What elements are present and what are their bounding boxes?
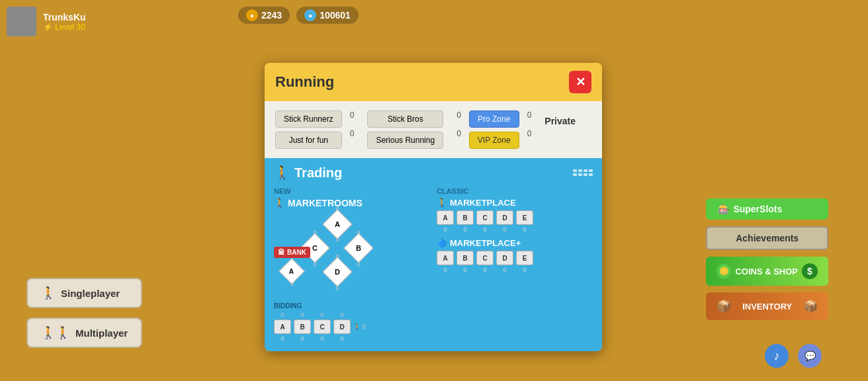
inventory-button[interactable]: 📦 INVENTORY 📦 <box>706 292 828 320</box>
trading-header: 🚶 Trading <box>274 165 593 181</box>
diamond-A-area: 0 A 0 <box>327 214 348 235</box>
diamond-D[interactable]: D <box>322 257 352 286</box>
inventory-icon-left: 📦 <box>716 299 731 314</box>
header: TrunksKu ⚡ Level 30 <box>7 7 86 36</box>
classic-label: CLASSIC <box>437 187 593 195</box>
mp2-btn-D[interactable]: D <box>496 251 513 265</box>
just-for-fun-btn[interactable]: Just for fun <box>275 132 342 149</box>
trading-section: 🚶 Trading NEW 🚶 MARKETROOMS <box>265 158 602 351</box>
marketrooms-section: NEW 🚶 MARKETROOMS 0 A 0 <box>274 187 430 342</box>
bidding-btn-C[interactable]: C <box>314 319 331 334</box>
singleplayer-label: Singleplayer <box>61 288 120 299</box>
diamond-area: 0 A 0 0 B 0 <box>274 214 400 300</box>
private-section: Private <box>539 110 576 126</box>
mp1-slot-D: D 0 <box>496 210 513 233</box>
mp2-btn-C[interactable]: C <box>476 251 494 265</box>
marketrooms-icon: 🚶 <box>274 198 285 208</box>
currency-bar: ● 2243 ● 100601 <box>238 7 359 24</box>
bidding-slots: 0 A 0 0 B 0 0 C 0 <box>274 312 430 342</box>
coin-shop-coin-icon: 🪙 <box>716 264 731 278</box>
num1-1: 0 <box>350 110 355 120</box>
marketplace2-slots: A 0 B 0 C 0 D 0 <box>437 251 593 273</box>
multiplayer-icon: 🚶🚶 <box>41 325 70 340</box>
bidding-slot-2: 0 C 0 <box>314 312 331 342</box>
marketplace2-row: 🔷 MARKETPLACE+ A 0 B 0 C <box>437 238 593 273</box>
diamond-A-bot-num: 0 <box>335 236 339 243</box>
mp1-btn-B[interactable]: B <box>456 210 474 225</box>
coins-shop-label: COINS & SHOP <box>735 267 798 276</box>
modal-title: Running <box>275 73 334 91</box>
bank-diamond-A: A 0 <box>274 262 310 287</box>
trading-title: 🚶 Trading <box>274 165 342 181</box>
right-panel: 🎰 SuperSlots Achievements 🪙 COINS & SHOP… <box>706 198 828 320</box>
left-panel: 🚶 Singleplayer 🚶🚶 Multiplayer <box>26 278 142 348</box>
stick-bros-btn[interactable]: Stick Bros <box>367 110 443 128</box>
classic-section: CLASSIC 🚶 MARKETPLACE A 0 B <box>437 187 593 342</box>
bidding-slot-0: 0 A 0 <box>274 312 291 342</box>
user-info: TrunksKu ⚡ Level 30 <box>43 12 86 32</box>
bidding-btn-D[interactable]: D <box>333 319 351 334</box>
mp2-btn-B[interactable]: B <box>456 251 474 265</box>
bidding-section: BIDDING 0 A 0 0 B 0 0 <box>274 302 430 342</box>
bottom-icons: ♪ 💬 <box>765 344 822 368</box>
discord-button[interactable]: 💬 <box>798 344 822 368</box>
blue-currency: ● 100601 <box>296 7 359 24</box>
num1-2: 0 <box>350 129 355 138</box>
mp1-btn-E[interactable]: E <box>516 210 533 225</box>
multiplayer-button[interactable]: 🚶🚶 Multiplayer <box>26 318 142 348</box>
inventory-icon-right: 📦 <box>803 299 818 314</box>
diamond-A[interactable]: A <box>322 209 352 239</box>
bank-btn[interactable]: 🏛 BANK <box>274 247 310 258</box>
close-button[interactable]: ✕ <box>569 71 591 93</box>
singleplayer-button[interactable]: 🚶 Singleplayer <box>26 278 142 308</box>
serious-running-btn[interactable]: Serious Running <box>367 132 443 149</box>
superslots-icon: 🎰 <box>718 204 729 214</box>
superslots-button[interactable]: 🎰 SuperSlots <box>706 198 828 220</box>
music-button[interactable]: ♪ <box>765 344 789 368</box>
singleplayer-icon: 🚶 <box>41 286 56 300</box>
inventory-label: INVENTORY <box>742 302 792 312</box>
vip-zone-btn[interactable]: VIP Zone <box>469 132 519 149</box>
num-col2: 0 0 <box>456 110 461 138</box>
avatar <box>7 7 36 36</box>
stick-runnerz-btn[interactable]: Stick Runnerz <box>275 110 342 128</box>
num3-2: 0 <box>527 129 532 138</box>
achievements-button[interactable]: Achievements <box>706 226 828 250</box>
mp2-slot-E: E 0 <box>516 251 533 273</box>
blue-amount: 100601 <box>320 10 351 21</box>
num2-2: 0 <box>456 129 461 138</box>
diamond-B[interactable]: B <box>343 233 373 263</box>
mp1-btn-D[interactable]: D <box>496 210 513 225</box>
mp1-btn-C[interactable]: C <box>476 210 494 225</box>
mp1-slot-E: E 0 <box>516 210 533 233</box>
mp1-btn-A[interactable]: A <box>437 210 454 225</box>
mp2-btn-A[interactable]: A <box>437 251 454 265</box>
bidding-btn-A[interactable]: A <box>274 319 291 334</box>
coins-shop-button[interactable]: 🪙 COINS & SHOP $ <box>706 257 828 286</box>
mp2-btn-E[interactable]: E <box>516 251 533 265</box>
mp2-slot-B: B 0 <box>456 251 474 273</box>
grid-icon <box>573 169 593 176</box>
bidding-btn-B[interactable]: B <box>294 319 311 334</box>
running-modal: Running ✕ Stick Runnerz Just for fun 0 0… <box>265 63 602 351</box>
num2-1: 0 <box>456 110 461 120</box>
running-col3: Pro Zone VIP Zone <box>469 110 519 149</box>
trading-content: NEW 🚶 MARKETROOMS 0 A 0 <box>274 187 593 342</box>
diamond-C-bot-num: 0 <box>313 261 316 268</box>
private-label: Private <box>544 116 576 126</box>
bidding-slot-3: 0 D 0 <box>333 312 351 342</box>
marketplace2-icon: 🔷 <box>437 238 447 248</box>
pro-zone-btn[interactable]: Pro Zone <box>469 110 519 128</box>
bidding-slot-1: 0 B 0 <box>294 312 311 342</box>
running-col1: Stick Runnerz Just for fun <box>275 110 342 149</box>
diamond-B-area: 0 B 0 <box>348 237 369 259</box>
bank-area: 🏛 BANK A 0 <box>274 247 310 287</box>
mp2-slot-C: C 0 <box>476 251 494 273</box>
username: TrunksKu <box>43 12 86 22</box>
bank-diamond-slot[interactable]: A <box>279 258 306 284</box>
discord-icon-symbol: 💬 <box>804 351 816 361</box>
bidding-label: BIDDING <box>274 302 430 310</box>
trading-icon: 🚶 <box>274 165 290 181</box>
multiplayer-label: Multiplayer <box>75 327 128 339</box>
music-note-icon: ♪ <box>774 349 780 363</box>
